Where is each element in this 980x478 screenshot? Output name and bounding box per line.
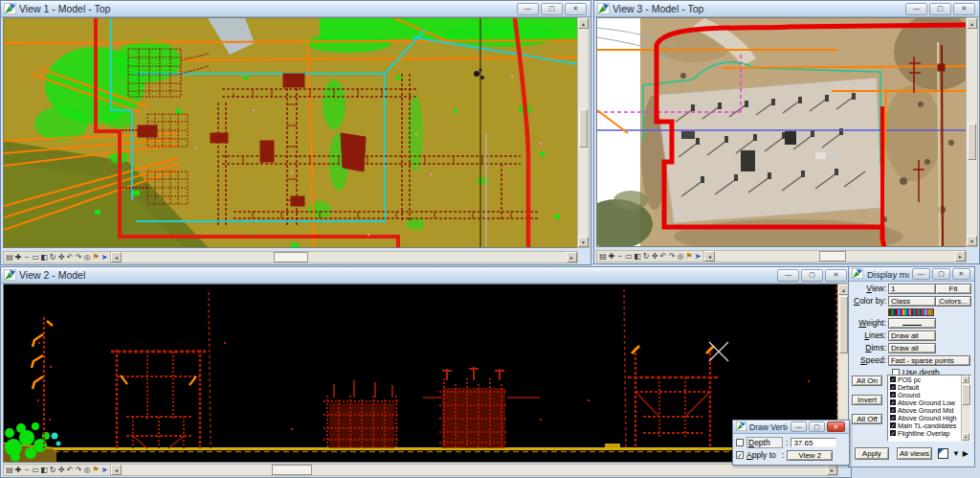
rotate-view-icon[interactable]: ↻ (642, 252, 650, 261)
class-checkbox[interactable]: ✓ (890, 376, 896, 382)
pan-hand-icon[interactable]: ✜ (651, 252, 658, 261)
view1-hscrollbar[interactable]: ◄ ► (110, 251, 578, 263)
scroll-left-button[interactable]: ◄ (111, 252, 122, 262)
window-area-icon[interactable]: ▭ (32, 253, 39, 262)
undo-view-icon[interactable]: ↶ (66, 466, 74, 474)
scroll-thumb[interactable] (962, 384, 970, 405)
scroll-left-button[interactable]: ◄ (704, 251, 715, 262)
apply-to-view-button[interactable]: View 2 (787, 450, 833, 461)
navigate-view-icon[interactable]: ➤ (694, 252, 702, 261)
scroll-up-button[interactable]: ▲ (967, 18, 977, 29)
color-by-button[interactable]: Class (888, 296, 936, 307)
scroll-down-button[interactable]: ▼ (962, 433, 969, 441)
maximize-button[interactable]: ▢ (929, 3, 951, 15)
display-mode-titlebar[interactable]: Display mode — ▢ ✕ (849, 267, 974, 282)
redo-view-icon[interactable]: ↷ (75, 466, 82, 474)
scroll-thumb[interactable] (819, 251, 846, 262)
undo-view-icon[interactable]: ↶ (659, 252, 667, 261)
depth-label[interactable]: Depth (746, 437, 783, 448)
maximize-button[interactable]: ▢ (541, 3, 563, 15)
copy-view-icon[interactable]: ◎ (83, 466, 91, 474)
redo-view-icon[interactable]: ↷ (75, 253, 82, 262)
class-listbox[interactable]: ✓POS pc ✓Default ✓Ground ✓Above Ground L… (887, 375, 971, 442)
redo-view-icon[interactable]: ↷ (668, 252, 676, 261)
depth-checkbox[interactable] (736, 439, 744, 446)
scroll-right-button[interactable]: ► (955, 251, 966, 262)
copy-view-icon[interactable]: ◎ (83, 253, 91, 262)
expand-down-icon[interactable]: ▼ (952, 449, 960, 459)
close-button[interactable]: ✕ (565, 3, 587, 15)
class-list-item[interactable]: ✓Above Ground High (888, 414, 962, 421)
view3-vscrollbar[interactable]: ▲ ▼ (966, 17, 978, 247)
view1-canvas[interactable] (3, 17, 578, 248)
speed-button[interactable]: Fast - sparse points (888, 355, 970, 366)
scroll-down-button[interactable]: ▼ (967, 236, 977, 246)
view-attributes-icon[interactable]: ▤ (599, 252, 607, 261)
zoom-out-icon[interactable]: − (23, 466, 31, 474)
colors-button[interactable]: Colors... (935, 296, 971, 307)
pan-icon[interactable]: ✚ (14, 253, 22, 262)
all-views-button[interactable]: All views (897, 447, 932, 460)
scroll-up-button[interactable]: ▲ (578, 18, 589, 29)
view-number-button[interactable]: 1 (888, 284, 936, 294)
class-checkbox[interactable]: ✓ (890, 392, 896, 398)
class-checkbox[interactable]: ✓ (890, 422, 896, 428)
class-checkbox[interactable]: ✓ (890, 399, 896, 405)
class-list-item[interactable]: ✓POS pc (888, 376, 962, 383)
view2-hscrollbar[interactable]: ◄ ► (110, 464, 838, 476)
minimize-button[interactable]: — (905, 3, 927, 15)
view-attributes-icon[interactable]: ▤ (6, 466, 13, 474)
dims-button[interactable]: Draw all (888, 343, 936, 353)
class-list-item[interactable]: ✓Main TL-candidates (888, 421, 962, 429)
view1-vscrollbar[interactable]: ▲ ▼ (577, 17, 590, 248)
view1-titlebar[interactable]: View 1 - Model - Top — ▢ ✕ (1, 1, 590, 17)
all-off-button[interactable]: All Off (852, 414, 882, 424)
view3-hscrollbar[interactable]: ◄ ► (703, 250, 967, 262)
navigate-view-icon[interactable]: ➤ (100, 253, 108, 262)
fit-view-icon[interactable]: ◧ (40, 253, 48, 262)
close-button[interactable]: ✕ (953, 3, 975, 15)
minimize-button[interactable]: — (777, 269, 799, 282)
view2-canvas[interactable] (3, 284, 838, 463)
rotate-view-icon[interactable]: ↻ (49, 253, 56, 262)
close-button[interactable]: ✕ (952, 268, 970, 280)
close-button[interactable]: ✕ (827, 421, 845, 432)
window-area-icon[interactable]: ▭ (32, 466, 39, 474)
scroll-left-button[interactable]: ◄ (111, 465, 122, 475)
pan-icon[interactable]: ✚ (608, 252, 615, 261)
maximize-button[interactable]: ▢ (801, 269, 823, 282)
fit-view-icon[interactable]: ◧ (634, 252, 641, 261)
expand-right-icon[interactable]: ▶ (963, 449, 969, 459)
view3-canvas[interactable] (596, 17, 967, 247)
scroll-right-button[interactable]: ► (567, 252, 577, 262)
navigate-view-icon[interactable]: ➤ (100, 466, 108, 474)
undo-view-icon[interactable]: ↶ (66, 253, 74, 262)
class-list-item[interactable]: ✓Above Ground Low (888, 398, 962, 406)
zoom-out-icon[interactable]: − (616, 252, 624, 261)
apply-button[interactable]: Apply (855, 447, 889, 460)
lines-button[interactable]: Draw all (888, 330, 936, 341)
scroll-right-button[interactable]: ► (827, 465, 837, 475)
pan-hand-icon[interactable]: ✜ (57, 253, 65, 262)
draw-vertical-titlebar[interactable]: Draw Vertical ... — ▢ ✕ (733, 421, 849, 434)
zoom-out-icon[interactable]: − (23, 253, 31, 262)
weight-button[interactable] (888, 318, 936, 329)
pan-hand-icon[interactable]: ✜ (57, 466, 65, 474)
minimize-button[interactable]: — (912, 268, 930, 280)
fit-button[interactable]: Fit (935, 284, 971, 294)
class-checkbox[interactable]: ✓ (890, 407, 896, 413)
scroll-up-button[interactable]: ▲ (962, 376, 969, 383)
view3-titlebar[interactable]: View 3 - Model - Top — ▢ ✕ (594, 1, 979, 17)
close-button[interactable]: ✕ (825, 269, 847, 282)
class-checkbox[interactable]: ✓ (890, 415, 896, 421)
maximize-button[interactable]: ▢ (932, 268, 950, 280)
class-list-item[interactable]: ✓Default (888, 383, 962, 391)
render-mode-icon[interactable]: ⚑ (92, 253, 100, 262)
invert-button[interactable]: Invert (852, 395, 882, 405)
class-checkbox[interactable]: ✓ (890, 430, 896, 436)
class-list-item[interactable]: ✓Flightline Overlap (888, 429, 962, 437)
fit-view-icon[interactable]: ◧ (40, 466, 48, 474)
render-mode-icon[interactable]: ⚑ (92, 466, 100, 474)
minimize-button[interactable]: — (791, 421, 807, 432)
scroll-thumb[interactable] (839, 296, 848, 353)
